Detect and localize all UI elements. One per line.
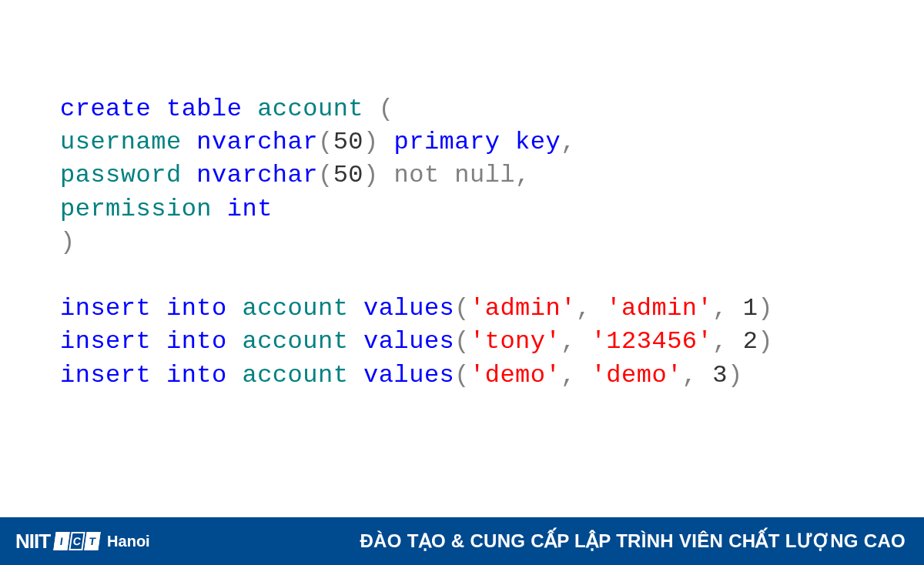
code-line-5: ): [60, 226, 924, 259]
ict-t: T: [84, 532, 100, 550]
keyword-values: values: [363, 361, 454, 389]
paren-open: (: [454, 361, 470, 389]
size-50: 50: [333, 161, 363, 189]
paren-open: (: [454, 294, 470, 323]
string-tony: 'tony': [470, 327, 561, 356]
paren-close: ): [758, 327, 773, 356]
comma: ,: [515, 161, 531, 189]
size-50: 50: [333, 128, 363, 156]
footer-bar: NIIT I C T Hanoi ĐÀO TẠO & CUNG CẤP LẬP …: [0, 517, 924, 565]
string-demo: 'demo': [591, 361, 682, 389]
keyword-insert: insert: [60, 327, 151, 356]
insert-line-1: insert into account values('admin', 'adm…: [60, 292, 924, 325]
keyword-insert: insert: [60, 294, 151, 323]
logo-niit-text: NIIT: [15, 530, 50, 553]
table-name: account: [242, 294, 348, 323]
column-password: password: [60, 161, 182, 189]
comma: ,: [561, 128, 576, 156]
code-line-4: permission int: [60, 192, 924, 226]
string-admin: 'admin': [606, 294, 712, 323]
type-nvarchar: nvarchar: [196, 161, 318, 189]
keyword-table: table: [166, 95, 243, 123]
paren-open: (: [318, 128, 333, 156]
keyword-into: into: [166, 361, 227, 389]
slogan-text: ĐÀO TẠO & CUNG CẤP LẬP TRÌNH VIÊN CHẤT L…: [360, 530, 906, 552]
keyword-into: into: [166, 294, 227, 323]
logo-hanoi-text: Hanoi: [107, 533, 150, 550]
paren-close: ): [728, 361, 743, 389]
keyword-into: into: [166, 327, 227, 356]
comma: ,: [712, 327, 728, 356]
keyword-values: values: [363, 327, 454, 356]
paren-open: (: [454, 327, 470, 356]
code-line-1: create table account (: [60, 92, 924, 125]
paren-close: ): [758, 294, 773, 323]
comma: ,: [561, 361, 576, 389]
number-2: 2: [743, 327, 758, 356]
comma: ,: [576, 294, 591, 323]
string-admin: 'admin': [470, 294, 576, 323]
insert-line-3: insert into account values('demo', 'demo…: [60, 359, 924, 392]
type-nvarchar: nvarchar: [196, 128, 318, 156]
paren-close: ): [363, 128, 379, 156]
paren-open: (: [379, 95, 394, 123]
paren-close: ): [363, 161, 379, 189]
column-username: username: [60, 128, 182, 156]
logo: NIIT I C T Hanoi: [15, 530, 150, 553]
insert-line-2: insert into account values('tony', '1234…: [60, 325, 924, 358]
paren-open: (: [318, 161, 333, 189]
comma: ,: [682, 361, 698, 389]
code-line-2: username nvarchar(50) primary key,: [60, 125, 924, 159]
column-permission: permission: [60, 195, 212, 223]
sql-code-block: create table account ( username nvarchar…: [0, 0, 924, 392]
table-name: account: [242, 327, 348, 356]
keyword-create: create: [60, 95, 151, 123]
paren-close: ): [60, 228, 75, 256]
ict-c: C: [69, 532, 85, 550]
comma: ,: [712, 294, 728, 323]
number-1: 1: [743, 294, 758, 323]
code-line-3: password nvarchar(50) not null,: [60, 159, 924, 192]
string-123456: '123456': [591, 327, 713, 356]
blank-line: [60, 259, 924, 292]
keyword-insert: insert: [60, 361, 151, 389]
logo-ict: I C T: [55, 532, 99, 550]
string-demo: 'demo': [470, 361, 561, 389]
type-int: int: [227, 195, 273, 223]
table-name: account: [257, 95, 363, 123]
table-name: account: [242, 361, 348, 389]
comma: ,: [561, 327, 576, 356]
primary-key: primary key: [393, 128, 561, 156]
not-null: not null: [393, 161, 515, 189]
keyword-values: values: [363, 294, 454, 323]
number-3: 3: [712, 361, 728, 389]
ict-i: I: [53, 532, 69, 550]
